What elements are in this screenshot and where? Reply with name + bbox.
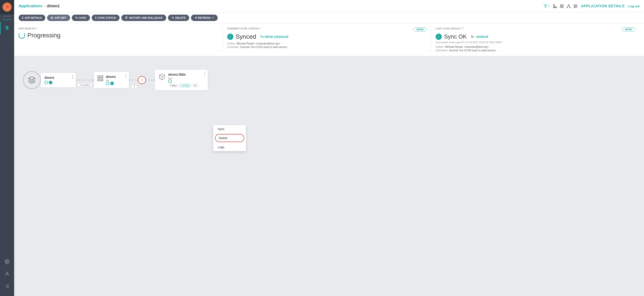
sync-status-label: SYNC STATUS: [98, 16, 116, 20]
app-node-menu-btn[interactable]: [72, 75, 74, 80]
app-health-status: Progressing: [18, 32, 218, 39]
svg-rect-9: [553, 5, 554, 5]
app-details-button[interactable]: ℹ APP DETAILS: [18, 15, 45, 21]
context-menu-logs[interactable]: Logs: [213, 143, 246, 151]
svg-point-1: [6, 272, 8, 274]
refresh-button[interactable]: ↺ REFRESH ▼: [191, 15, 218, 21]
page-title: APPLICATION DETAILS: [581, 4, 625, 8]
svg-line-24: [567, 5, 569, 7]
app-diff-button[interactable]: ⊟ APP DIFF: [47, 15, 70, 21]
progress-circle-icon: [18, 32, 25, 39]
sidebar-item-applications[interactable]: [0, 22, 14, 34]
octopus-logo-icon: 🐙: [2, 3, 12, 12]
last-sync-header: LAST SYNC RESULT ? MORE: [436, 27, 635, 32]
svg-rect-20: [562, 7, 563, 8]
current-sync-status: ✓ Synced To HEAD (e918e24): [227, 33, 427, 40]
dashed-line-2: [129, 80, 138, 80]
delete-button[interactable]: ✕ DELETE: [168, 15, 189, 21]
refresh-label: REFRESH: [198, 16, 210, 20]
last-sync-comment-label: Comment:: [436, 49, 448, 52]
app-node-badges: ✓: [44, 81, 67, 84]
sidebar-item-settings[interactable]: [0, 255, 14, 268]
svg-rect-11: [553, 7, 554, 8]
last-sync-comment-row: Comment: Summit: Put CCHS back to web se…: [436, 49, 635, 52]
sync-ok-check-icon: ✓: [436, 34, 442, 40]
breadcrumb: Applications / dimm1: [18, 4, 60, 9]
menu-dot-5: [126, 76, 126, 77]
job-node-inner: dimm1 job ✓: [98, 75, 120, 85]
menu-dot-3: [72, 78, 73, 79]
menu-dot-9: [142, 81, 142, 82]
pod-node-title: dimm1-f82tr: [168, 73, 199, 76]
menu-dot-11: [204, 74, 205, 74]
pod-node-badges: [168, 79, 199, 83]
app-badge-check: ✓: [49, 81, 52, 84]
filter-icon[interactable]: ▼: [544, 4, 550, 8]
sync-button[interactable]: ↻ SYNC: [72, 15, 90, 21]
app-health-help-icon[interactable]: ?: [36, 27, 38, 30]
last-sync-to-value: e918e24: [476, 35, 488, 39]
refresh-dropdown-arrow: ▼: [212, 17, 214, 19]
sync-status-icon: ℹ: [95, 16, 96, 20]
job-node: dimm1 job ✓: [94, 72, 129, 89]
svg-point-0: [6, 261, 8, 262]
synced-check-icon: ✓: [227, 34, 234, 40]
sidebar-item-user[interactable]: [0, 268, 14, 280]
svg-point-23: [570, 7, 570, 8]
current-sync-author-label: Author:: [227, 42, 236, 45]
context-menu-delete[interactable]: Delete: [215, 134, 244, 142]
menu-dot-4: [126, 75, 126, 75]
breadcrumb-applications-link[interactable]: Applications: [18, 4, 42, 9]
topbar: Applications / dimm1 ▼: [14, 0, 644, 13]
current-sync-more-button[interactable]: MORE: [414, 28, 426, 32]
svg-rect-18: [562, 5, 563, 6]
job-badge-circle: [106, 82, 110, 85]
last-sync-help-icon[interactable]: ?: [462, 27, 464, 30]
app-health-panel: APP HEALTH ? Progressing: [18, 27, 223, 53]
pod-badge-circle: [168, 79, 172, 83]
settings-icon: [5, 259, 10, 264]
list-icon: [5, 284, 10, 289]
breadcrumb-current: dimm1: [47, 4, 60, 9]
current-sync-panel: CURRENT SYNC STATUS ? MORE ✓ Synced To H…: [223, 27, 432, 53]
logout-button[interactable]: Log out: [628, 5, 640, 8]
table-icon[interactable]: [574, 4, 578, 8]
current-sync-detail: Author: Michael Reuter <mareuter@lsst.or…: [227, 42, 427, 49]
job-badge-check: ✓: [110, 82, 114, 85]
menu-dot-12: [204, 75, 205, 76]
menu-dot-1: [72, 75, 73, 76]
pod-node: dimm1-f82tr pod 4 days running 1/1: [155, 70, 208, 91]
menu-dot-10: [204, 72, 205, 73]
sidebar: 🐙 v2.0.4+0: [0, 0, 14, 296]
pod-node-menu-btn-circle[interactable]: [138, 76, 146, 84]
current-sync-label: CURRENT SYNC STATUS ?: [227, 27, 261, 30]
last-sync-author-row: Author: Michael Reuter <mareuter@lsst.or…: [436, 45, 635, 49]
job-node-menu-btn[interactable]: [125, 74, 127, 79]
last-sync-author-value: Michael Reuter <mareuter@lsst.org> -: [445, 45, 490, 49]
diff-icon: ⊟: [50, 16, 53, 20]
network-icon[interactable]: [566, 4, 571, 9]
context-menu-sync[interactable]: Sync: [213, 125, 246, 133]
last-sync-panel: LAST SYNC RESULT ? MORE ✓ Sync OK To e91…: [431, 27, 640, 53]
last-sync-succeeded: Succeeded 4 days ago (Fri Jul 30 2021 18…: [436, 41, 635, 44]
dashed-line-1: [76, 80, 94, 80]
pod-node-subtitle: pod: [168, 77, 199, 79]
current-sync-help-icon[interactable]: ?: [260, 27, 261, 30]
pod-node-menu-btn[interactable]: [204, 72, 206, 77]
grid-view-icon[interactable]: [560, 4, 564, 8]
svg-point-21: [568, 5, 569, 5]
layers-icon: [5, 26, 10, 30]
sync-status-button[interactable]: ℹ SYNC STATUS: [92, 15, 120, 21]
sidebar-version: v2.0.4+0: [3, 14, 11, 19]
pod-node-content: dimm1-f82tr pod 4 days running 1/1: [168, 73, 199, 87]
sidebar-item-logs[interactable]: [0, 280, 14, 292]
hierarchy-icon[interactable]: [553, 4, 557, 9]
sidebar-divider: [3, 20, 12, 20]
refresh-icon: ↺: [194, 16, 197, 20]
svg-line-25: [569, 5, 570, 7]
flow-time-badge-1: 5 months: [77, 83, 92, 87]
last-sync-more-button[interactable]: MORE: [622, 28, 635, 32]
current-sync-author-row: Author: Michael Reuter <mareuter@lsst.or…: [227, 42, 427, 45]
svg-rect-19: [560, 7, 561, 8]
history-rollback-button[interactable]: ⏱ HISTORY AND ROLLBACK: [121, 15, 166, 21]
